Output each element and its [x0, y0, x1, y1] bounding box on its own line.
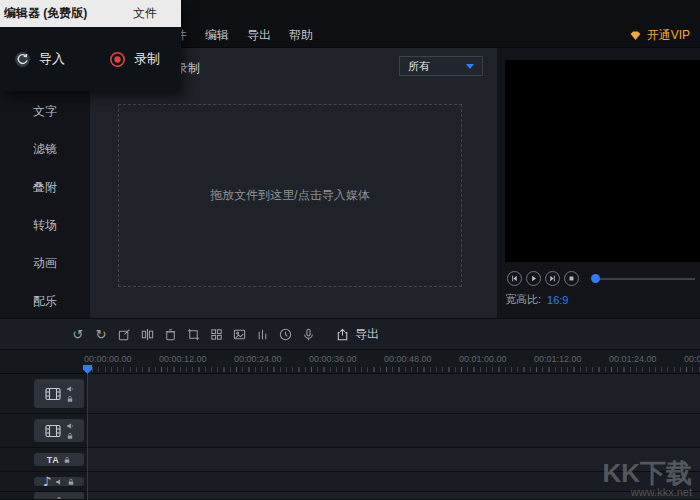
menu-export[interactable]: 导出: [247, 27, 271, 44]
edit-button[interactable]: [116, 326, 132, 342]
pip-track-chip[interactable]: [34, 419, 84, 442]
playback-controls: [507, 268, 700, 288]
vip-badge-icon: [629, 29, 642, 42]
timeline: 00:00:00.00 00:00:12.00 00:00:24.00 00:0…: [0, 350, 700, 500]
popup-header: 编辑器 (免费版) 文件: [0, 0, 181, 27]
playhead[interactable]: [83, 365, 92, 374]
ruler-label: 00:00:36.00: [309, 354, 357, 364]
prev-frame-button[interactable]: [507, 271, 522, 286]
lock-icon[interactable]: [66, 432, 74, 440]
lock-icon[interactable]: [66, 395, 74, 403]
import-icon: [14, 51, 31, 68]
record-icon: [109, 51, 126, 68]
music-track-chip[interactable]: ♪: [34, 477, 84, 486]
track-row-video: [0, 374, 700, 414]
lock-icon[interactable]: [67, 478, 75, 486]
sidebar-item-text[interactable]: 文字: [0, 92, 90, 130]
text-track-header[interactable]: TA: [0, 448, 88, 471]
sidebar-list: 文字 滤镜 叠附 转场 动画 配乐: [0, 92, 90, 320]
undo-icon: ↺: [73, 328, 84, 341]
film-icon: [44, 386, 62, 402]
import-label: 导入: [39, 50, 65, 68]
popup-body: 导入 录制: [0, 27, 181, 91]
mute-icon[interactable]: [55, 478, 63, 486]
stop-icon: [567, 274, 576, 283]
video-track-lane[interactable]: [88, 374, 700, 413]
playhead-line: [87, 374, 88, 500]
sidebar-item-music[interactable]: 配乐: [0, 282, 90, 320]
export-button[interactable]: 导出: [335, 326, 379, 343]
aspect-ratio-value[interactable]: 16:9: [547, 294, 568, 306]
undo-button[interactable]: ↺: [70, 326, 86, 342]
video-track-header[interactable]: [0, 374, 88, 413]
file-menu-label[interactable]: 文件: [133, 5, 157, 22]
voice-track-header[interactable]: [0, 492, 88, 499]
menu-item-record[interactable]: 录制: [109, 50, 160, 68]
music-track-lane[interactable]: [88, 472, 700, 491]
menu-item-import[interactable]: 导入: [14, 50, 65, 68]
vip-button[interactable]: 开通VIP: [629, 27, 690, 44]
voiceover-button[interactable]: [300, 326, 316, 342]
redo-button[interactable]: ↻: [93, 326, 109, 342]
play-button[interactable]: [526, 271, 541, 286]
freeze-button[interactable]: [254, 326, 270, 342]
ruler-label: 00:00:24.00: [234, 354, 282, 364]
mute-icon[interactable]: [66, 385, 74, 393]
microphone-icon: [301, 327, 316, 342]
timeline-ruler[interactable]: 00:00:00.00 00:00:12.00 00:00:24.00 00:0…: [0, 350, 700, 374]
media-filter-value: 所有: [408, 59, 466, 74]
media-dropzone[interactable]: 拖放文件到这里/点击导入媒体: [118, 104, 462, 287]
ruler-label: 00:00:48.00: [384, 354, 432, 364]
voice-track-lane[interactable]: [88, 492, 700, 499]
lock-icon[interactable]: [63, 456, 71, 464]
split-button[interactable]: [139, 326, 155, 342]
crop-button[interactable]: [185, 326, 201, 342]
play-icon: [529, 274, 538, 283]
picture-icon: [232, 327, 247, 342]
aspect-ratio-row: 宽高比: 16:9: [505, 292, 568, 307]
delete-button[interactable]: [162, 326, 178, 342]
video-track-chip[interactable]: [34, 379, 84, 408]
voice-track-chip[interactable]: [34, 492, 84, 500]
mute-icon[interactable]: [66, 422, 74, 430]
video-preview: [505, 60, 700, 262]
seek-handle[interactable]: [591, 274, 600, 283]
next-frame-button[interactable]: [545, 271, 560, 286]
freeze-icon: [255, 327, 270, 342]
stop-button[interactable]: [564, 271, 579, 286]
menu-edit[interactable]: 编辑: [205, 27, 229, 44]
picture-button[interactable]: [231, 326, 247, 342]
mosaic-button[interactable]: [208, 326, 224, 342]
menu-help[interactable]: 帮助: [289, 27, 313, 44]
sidebar-item-overlay[interactable]: 叠附: [0, 168, 90, 206]
text-track-lane[interactable]: [88, 448, 700, 471]
seek-bar[interactable]: [591, 271, 695, 286]
media-filter-dropdown[interactable]: 所有: [399, 56, 483, 76]
app-window: 文件 编辑 导出 帮助 开通VIP 文字 滤镜 叠附 转场 动画 配乐 录制 所…: [0, 0, 700, 500]
track-row-pip: [0, 414, 700, 448]
music-track-header[interactable]: ♪: [0, 472, 88, 491]
prev-frame-icon: [510, 274, 519, 283]
text-track-chip[interactable]: TA: [34, 453, 84, 466]
sidebar-item-transition[interactable]: 转场: [0, 206, 90, 244]
music-note-icon: ♪: [43, 475, 51, 488]
edit-toolbar: ↺ ↻: [0, 318, 700, 350]
pip-track-lane[interactable]: [88, 414, 700, 447]
ruler-ticks: [86, 367, 700, 372]
sidebar-item-filter[interactable]: 滤镜: [0, 130, 90, 168]
sidebar-item-animation[interactable]: 动画: [0, 244, 90, 282]
app-title: 编辑器 (免费版): [4, 5, 87, 22]
text-track-icon: TA: [47, 455, 59, 465]
seek-track[interactable]: [597, 278, 695, 280]
duration-icon: [278, 327, 293, 342]
pip-track-header[interactable]: [0, 414, 88, 447]
ruler-label: 00:01:36.00: [684, 354, 700, 364]
duration-button[interactable]: [277, 326, 293, 342]
tracks: TA ♪: [0, 374, 700, 500]
film-icon: [44, 423, 62, 439]
vip-label: 开通VIP: [647, 27, 690, 44]
chevron-down-icon: [466, 64, 474, 69]
split-icon: [140, 327, 155, 342]
export-label: 导出: [355, 326, 379, 343]
ruler-label: 00:01:24.00: [609, 354, 657, 364]
